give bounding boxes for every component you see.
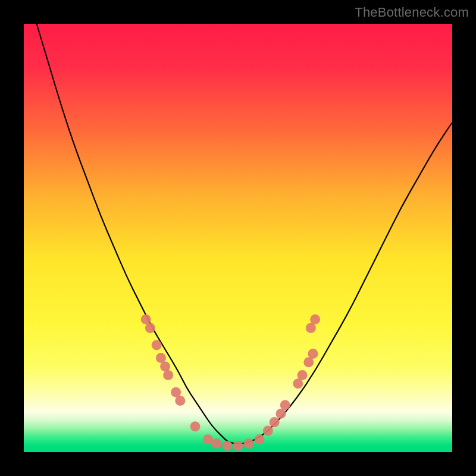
data-dot: [156, 353, 166, 363]
data-dot: [276, 409, 286, 419]
data-dot: [263, 426, 273, 436]
data-dot: [244, 439, 254, 449]
data-dot: [308, 349, 318, 359]
chart-frame: TheBottleneck.com: [0, 0, 476, 476]
curve-layer: [24, 24, 452, 452]
data-dot: [212, 439, 222, 449]
data-dot: [298, 370, 308, 380]
data-dot: [280, 400, 290, 410]
data-dot: [293, 378, 303, 389]
data-dot: [203, 434, 213, 444]
data-dot: [141, 314, 151, 324]
data-dot: [310, 314, 320, 324]
bottleneck-curve: [37, 24, 452, 444]
data-dot: [145, 323, 155, 333]
data-dot: [270, 417, 280, 427]
data-dot: [163, 370, 173, 380]
data-dot: [152, 340, 162, 350]
data-dot: [306, 323, 316, 333]
data-dot: [303, 357, 314, 367]
data-dot: [171, 387, 181, 397]
data-dot: [175, 396, 185, 406]
data-dot: [233, 441, 243, 451]
watermark-text: TheBottleneck.com: [355, 5, 469, 20]
data-dot: [190, 421, 201, 431]
curve-dots: [141, 314, 320, 450]
plot-area: [24, 24, 452, 452]
data-dot: [223, 441, 233, 451]
data-dot: [255, 434, 265, 444]
